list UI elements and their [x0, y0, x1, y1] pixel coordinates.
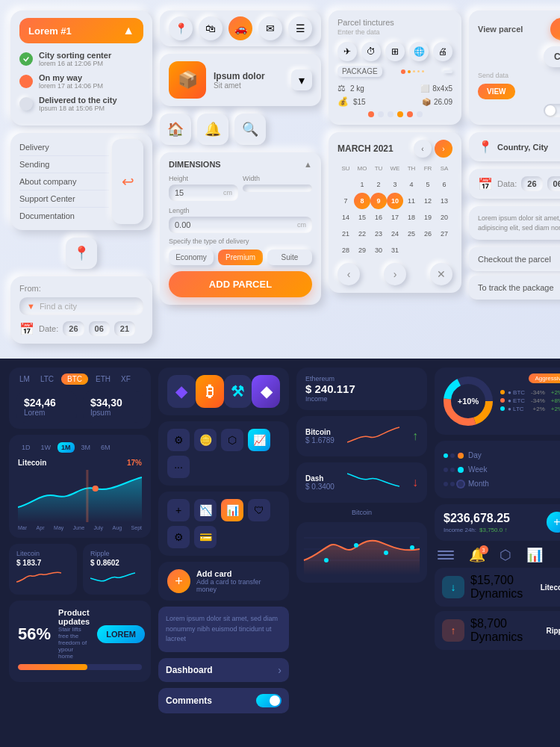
period-month[interactable]: Month [458, 480, 489, 488]
cal-day-21[interactable]: 20 [436, 209, 452, 226]
menu-docs[interactable]: Documentation [19, 208, 109, 224]
eth-icon[interactable]: ◆ [252, 375, 280, 408]
cal-day-25[interactable]: 24 [387, 226, 403, 242]
menu-support[interactable]: Support Center [19, 190, 109, 208]
line-chart-icon-btn[interactable]: 📉 [194, 499, 217, 521]
cal-day-32[interactable]: 31 [387, 242, 403, 258]
card-icon-btn[interactable]: 🪙 [194, 429, 217, 451]
cal-day-31[interactable]: 30 [370, 242, 387, 258]
bag-icon-btn[interactable]: 🛍 [199, 16, 223, 40]
period-week[interactable]: Week [458, 465, 487, 474]
tools-icon[interactable]: ⚒ [224, 375, 252, 408]
cal-day-17[interactable]: 16 [370, 209, 387, 226]
income-plus-btn[interactable]: + [547, 512, 560, 533]
menu-icon-btn[interactable]: ☰ [288, 16, 312, 40]
cal-day-9[interactable]: 8 [354, 193, 370, 209]
cal-day-13[interactable]: 12 [420, 193, 436, 209]
notification-icon[interactable]: 🔔 3 [469, 547, 485, 563]
time-6m[interactable]: 6M [97, 442, 114, 453]
cal-day-8[interactable]: 7 [337, 193, 354, 209]
view-button[interactable]: VIEW [478, 84, 515, 99]
period-day[interactable]: Day [458, 451, 482, 459]
diamond-icon[interactable]: ◆ [167, 375, 196, 408]
height-input[interactable]: 15 cm [169, 185, 238, 201]
lorem-btn[interactable]: LOREM [97, 625, 145, 643]
city-search-input[interactable]: ▼ Find a city [19, 297, 143, 315]
wallet-icon-btn[interactable]: 💳 [194, 526, 217, 548]
cal-prev[interactable]: ‹ [414, 140, 432, 158]
grid-icon-btn[interactable]: ⊞ [385, 42, 405, 61]
more-icon-btn[interactable]: ··· [167, 456, 190, 478]
home-btn[interactable]: 🏠 [160, 114, 191, 145]
printer-icon-btn[interactable]: 🖨 [433, 42, 452, 61]
date-month[interactable]: 06 [89, 321, 110, 336]
cal-day-7[interactable]: 6 [436, 176, 452, 193]
time-1w[interactable]: 1W [37, 442, 55, 453]
cal-day-15[interactable]: 14 [337, 209, 354, 226]
cal-day-19[interactable]: 18 [403, 209, 420, 226]
hexagon-icon-btn[interactable]: ⬡ [221, 429, 243, 451]
cal-day-24[interactable]: 23 [370, 226, 387, 242]
settings-icon-btn[interactable]: ⚙ [167, 429, 190, 451]
data-d2[interactable]: 06 [547, 176, 560, 191]
shield-icon-btn[interactable]: 🛡 [248, 499, 270, 521]
cal-day-6[interactable]: 5 [420, 176, 436, 193]
bar-chart-icon-btn[interactable]: 📊 [221, 499, 243, 521]
add-card-btn[interactable]: + [167, 569, 190, 593]
cal-back-btn[interactable]: ‹ [337, 263, 360, 285]
location-icon-btn[interactable]: 📍 [169, 16, 193, 40]
cal-day-27[interactable]: 26 [420, 226, 436, 242]
lock-icon[interactable]: 🔒 [557, 547, 560, 563]
time-1d[interactable]: 1D [18, 442, 34, 453]
tab-lm[interactable]: LM [16, 374, 33, 385]
cal-day-12[interactable]: 11 [403, 193, 420, 209]
add-parcel-btn[interactable]: ADD PARCEL [169, 271, 312, 297]
cal-day-18[interactable]: 17 [387, 209, 403, 226]
tab-xf[interactable]: XF [118, 374, 134, 385]
cal-day-11[interactable]: 10 [387, 193, 403, 209]
date-year[interactable]: 21 [114, 321, 135, 336]
date-day[interactable]: 26 [63, 321, 84, 336]
bell-btn[interactable]: 🔔 [197, 114, 228, 145]
parcel-dropdown[interactable]: ▾ [291, 69, 312, 90]
truck-icon-btn[interactable]: 🚗 [228, 16, 252, 40]
plus-icon-btn[interactable]: + [167, 499, 190, 521]
chart-icon-btn[interactable]: 📈 [248, 429, 270, 451]
cal-day-30[interactable]: 29 [354, 242, 370, 258]
hamburger-icon[interactable] [438, 548, 454, 562]
time-1m[interactable]: 1M [57, 442, 75, 453]
cancel-button[interactable]: CANCEL [544, 46, 560, 67]
tab-btc[interactable]: BTC [61, 374, 88, 385]
premium-btn[interactable]: Premium [218, 249, 263, 265]
economy-btn[interactable]: Economy [169, 249, 214, 265]
tab-ltc[interactable]: LTC [37, 374, 57, 385]
cal-day-4[interactable]: 3 [387, 176, 403, 193]
mail-icon-btn[interactable]: ✉ [258, 16, 282, 40]
cal-next[interactable]: › [435, 140, 452, 158]
cal-day-5[interactable]: 4 [403, 176, 420, 193]
cal-day-16[interactable]: 15 [354, 209, 370, 226]
menu-delivery[interactable]: Delivery [19, 139, 109, 156]
hexagon-nav-icon[interactable]: ⬡ [500, 547, 511, 563]
menu-about[interactable]: About company [19, 173, 109, 190]
length-input[interactable]: 0.00 cm [169, 217, 312, 233]
cal-day-23[interactable]: 22 [354, 226, 370, 242]
cal-close-btn[interactable]: ✕ [430, 263, 452, 285]
suite-btn[interactable]: Suite [267, 249, 312, 265]
map-pin-btn[interactable]: 📍 [66, 238, 97, 269]
cal-day-10[interactable]: 9 [370, 193, 387, 209]
data-d1[interactable]: 26 [521, 176, 542, 191]
bitcoin-icon[interactable]: ₿ [196, 375, 224, 408]
cal-day-20[interactable]: 19 [420, 209, 436, 226]
send-button[interactable]: SEND [550, 18, 560, 40]
globe-icon-btn[interactable]: 🌐 [409, 42, 429, 61]
comments-toggle[interactable] [256, 694, 281, 707]
cal-day-28[interactable]: 27 [436, 226, 452, 242]
cal-day-26[interactable]: 25 [403, 226, 420, 242]
gear-icon-btn[interactable]: ⚙ [167, 526, 190, 548]
width-input[interactable] [243, 185, 312, 192]
dims-collapse[interactable]: ▲ [304, 160, 312, 169]
menu-sending[interactable]: Sending [19, 156, 109, 173]
cal-day-29[interactable]: 28 [337, 242, 354, 258]
search-btn[interactable]: 🔍 [234, 114, 266, 145]
